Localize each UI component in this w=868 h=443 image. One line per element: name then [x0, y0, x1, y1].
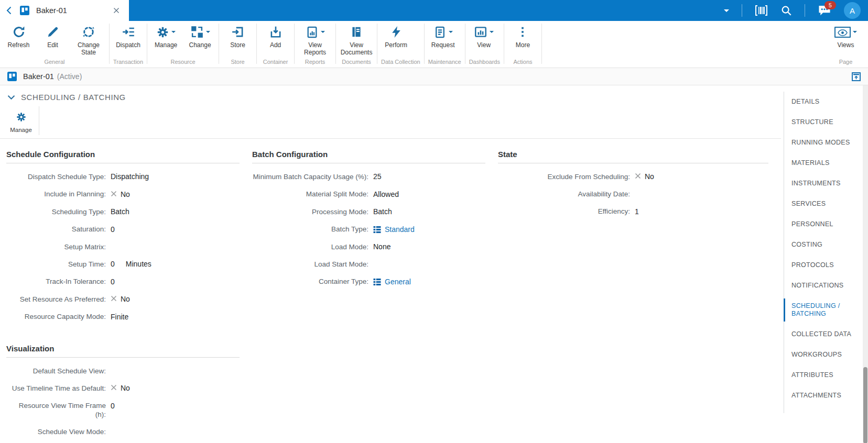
collapse-panel-icon[interactable] — [852, 72, 861, 81]
search-icon[interactable] — [780, 5, 792, 16]
button-label: Perform — [385, 42, 407, 49]
value-text: Batch — [111, 207, 129, 216]
sidebar-item-running-modes[interactable]: RUNNING MODES — [784, 132, 863, 153]
change-state-button[interactable]: Change State — [70, 21, 107, 58]
field-label: Load Start Mode: — [252, 260, 373, 269]
sidebar-item-costing[interactable]: COSTING — [784, 235, 863, 255]
view-reports-button[interactable]: View Reports — [296, 21, 334, 58]
back-chevron-icon[interactable] — [6, 6, 12, 15]
ribbon-group-label: Transaction — [111, 58, 145, 68]
barcode-scan-icon[interactable] — [755, 5, 768, 16]
field-row: Material Split Mode:Allowed — [252, 185, 492, 203]
store-button[interactable]: Store — [221, 21, 255, 58]
ribbon-separator — [504, 24, 504, 64]
add-container-button[interactable]: Add — [258, 21, 292, 58]
button-label: Manage — [10, 127, 32, 134]
sidebar-item-workgroups[interactable]: WORKGROUPS — [784, 345, 863, 365]
sidebar-item-attachments[interactable]: ATTACHMENTS — [784, 385, 863, 406]
request-button[interactable]: Request — [426, 21, 460, 58]
sidebar-item-label: COLLECTED DATA — [791, 330, 851, 338]
add-to-container-icon — [269, 24, 283, 40]
ribbon-group-label: Resource — [149, 58, 217, 68]
value-text: No — [121, 190, 130, 199]
change-resource-button[interactable]: Change — [183, 21, 217, 58]
field-row: Schedule View Mode: — [6, 423, 246, 440]
sidebar-item-materials[interactable]: MATERIALS — [784, 153, 863, 173]
sidebar-item-scheduling-batching[interactable]: SCHEDULING / BATCHING — [784, 296, 863, 324]
ribbon-group-actions: More Actions — [506, 21, 540, 68]
section-title: SCHEDULING / BATCHING — [21, 93, 126, 102]
sidebar-item-instruments[interactable]: INSTRUMENTS — [784, 173, 863, 194]
more-button[interactable]: More — [506, 21, 540, 58]
sidebar-item-label: NOTIFICATIONS — [791, 282, 844, 289]
view-dashboards-button[interactable]: View — [467, 21, 501, 58]
sidebar-item-protocols[interactable]: PROTOCOLS — [784, 255, 863, 275]
vertical-scrollbar[interactable] — [863, 85, 868, 443]
panel-batch-configuration: Batch Configuration Minimum Batch Capaci… — [252, 145, 492, 291]
manage-button[interactable]: Manage — [149, 21, 183, 58]
sidebar-item-structure[interactable]: STRUCTURE — [784, 112, 863, 132]
ribbon-separator — [256, 24, 257, 64]
field-value: Batch — [111, 207, 129, 217]
field-row: Container Type:General — [252, 273, 492, 291]
topbar-divider — [742, 4, 742, 17]
views-button[interactable]: Views — [829, 21, 863, 58]
manage-section-button[interactable]: Manage — [6, 105, 36, 136]
field-row: Resource Capacity Mode:Finite — [6, 308, 246, 326]
chevron-down-icon — [7, 95, 15, 100]
field-row: Resource View Time Frame (h):0 — [6, 397, 246, 423]
field-value: 1 — [635, 207, 639, 216]
close-tab-icon[interactable] — [113, 7, 120, 14]
scrollbar-thumb[interactable] — [863, 367, 867, 443]
panel-title: State — [498, 145, 768, 163]
avatar[interactable]: A — [844, 2, 861, 19]
field-label: Setup Matrix: — [6, 242, 111, 251]
field-label: Use Timeline Time as Default: — [6, 384, 111, 393]
edit-button[interactable]: Edit — [36, 21, 70, 58]
messages-icon[interactable]: 5 — [818, 5, 831, 17]
chevron-down-icon[interactable] — [724, 9, 729, 15]
sidebar-item-notifications[interactable]: NOTIFICATIONS — [784, 275, 863, 296]
ribbon-group-transaction: Dispatch Transaction — [111, 21, 145, 68]
field-row: Use Timeline Time as Default:No — [6, 380, 246, 397]
button-label: Add — [270, 42, 281, 49]
sidebar-item-attributes[interactable]: ATTRIBUTES — [784, 365, 863, 385]
chevron-down-icon — [853, 31, 857, 35]
view-documents-button[interactable]: View Documents — [338, 21, 375, 58]
field-value: Finite — [111, 312, 128, 322]
field-panels: Schedule Configuration Dispatch Schedule… — [0, 139, 781, 441]
refresh-button[interactable]: Refresh — [2, 21, 36, 58]
dispatch-icon — [122, 24, 135, 40]
field-row: Load Mode:None — [252, 238, 492, 256]
field-value: Allowed — [373, 190, 399, 199]
eye-icon — [834, 24, 857, 40]
ribbon-separator — [147, 24, 147, 64]
section-header-scheduling-batching[interactable]: SCHEDULING / BATCHING — [0, 85, 781, 103]
sidebar-item-services[interactable]: SERVICES — [784, 194, 863, 214]
sidebar-item-collected-data[interactable]: COLLECTED DATA — [784, 324, 863, 345]
ribbon-separator — [424, 24, 425, 64]
value-link[interactable]: Standard — [385, 225, 415, 234]
field-row: Minimum Batch Capacity Usage (%):25 — [252, 168, 492, 186]
ribbon-group-label: General — [2, 58, 107, 68]
dispatch-button[interactable]: Dispatch — [111, 21, 145, 58]
ribbon-separator — [109, 24, 110, 64]
field-label: Resource Capacity Mode: — [6, 312, 111, 322]
perform-button[interactable]: Perform — [379, 21, 413, 58]
value-text: 0 — [111, 402, 115, 411]
sidebar-item-label: PROTOCOLS — [791, 261, 834, 269]
sidebar-item-label: ATTRIBUTES — [791, 371, 833, 379]
ribbon-separator — [335, 24, 336, 64]
field-value: Dispatching — [111, 172, 149, 182]
refresh-icon — [12, 24, 26, 40]
field-label: Exclude From Scheduling: — [498, 172, 635, 182]
tab-baker-01[interactable]: Baker-01 — [0, 0, 129, 21]
field-value: 25 — [373, 172, 382, 182]
ribbon-separator — [465, 24, 465, 64]
field-value: 0Minutes — [111, 260, 151, 269]
main-panel: SCHEDULING / BATCHING Manage Schedule Co… — [0, 85, 781, 440]
content-area: SCHEDULING / BATCHING Manage Schedule Co… — [0, 85, 868, 443]
sidebar-item-details[interactable]: DETAILS — [784, 92, 863, 112]
value-link[interactable]: General — [385, 278, 411, 286]
sidebar-item-personnel[interactable]: PERSONNEL — [784, 214, 863, 235]
